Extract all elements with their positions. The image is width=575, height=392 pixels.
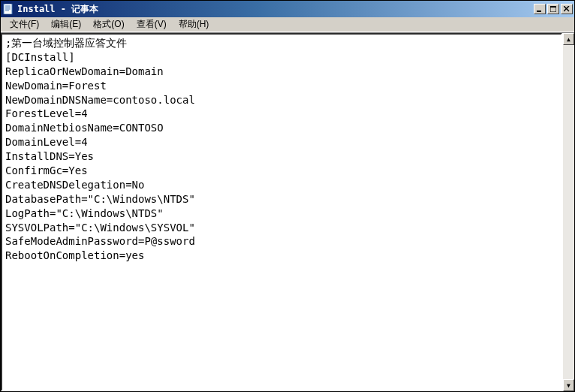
- menu-format[interactable]: 格式(O): [87, 17, 130, 32]
- text-editor[interactable]: ;第一台域控制器应答文件 [DCInstall] ReplicaOrNewDom…: [1, 33, 562, 391]
- menubar: 文件(F) 编辑(E) 格式(O) 查看(V) 帮助(H): [1, 17, 574, 32]
- svg-rect-7: [550, 6, 556, 8]
- window-controls: [532, 4, 573, 14]
- titlebar[interactable]: Install - 记事本: [1, 1, 574, 17]
- app-icon: [2, 3, 14, 15]
- menu-file[interactable]: 文件(F): [4, 17, 45, 32]
- content-area: ;第一台域控制器应答文件 [DCInstall] ReplicaOrNewDom…: [1, 32, 574, 391]
- svg-rect-5: [537, 11, 541, 12]
- notepad-window: Install - 记事本 文件(F) 编辑(E) 格式(O) 查看(V) 帮助…: [0, 0, 575, 392]
- maximize-button[interactable]: [547, 4, 559, 14]
- menu-edit[interactable]: 编辑(E): [45, 17, 87, 32]
- scroll-down-button[interactable]: ▼: [563, 379, 574, 391]
- vertical-scrollbar[interactable]: ▲ ▼: [562, 33, 574, 391]
- scroll-up-button[interactable]: ▲: [563, 33, 574, 45]
- menu-help[interactable]: 帮助(H): [173, 17, 215, 32]
- window-title: Install - 记事本: [17, 3, 532, 16]
- minimize-button[interactable]: [534, 4, 546, 14]
- menu-view[interactable]: 查看(V): [131, 17, 173, 32]
- close-button[interactable]: [561, 4, 573, 14]
- scroll-track[interactable]: [563, 45, 574, 379]
